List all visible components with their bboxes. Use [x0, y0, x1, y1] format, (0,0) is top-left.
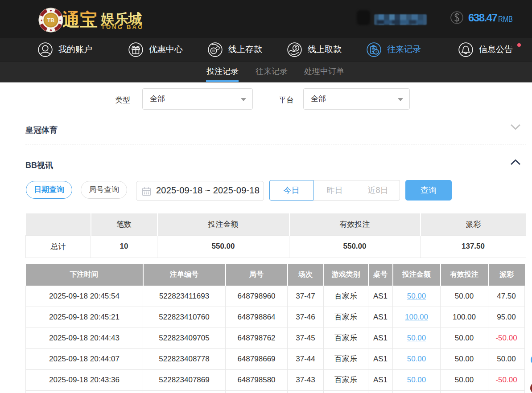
svg-text:通宝: 通宝: [63, 10, 98, 29]
svg-text:TONG BAO: TONG BAO: [101, 24, 144, 30]
svg-text:TB: TB: [47, 17, 55, 24]
